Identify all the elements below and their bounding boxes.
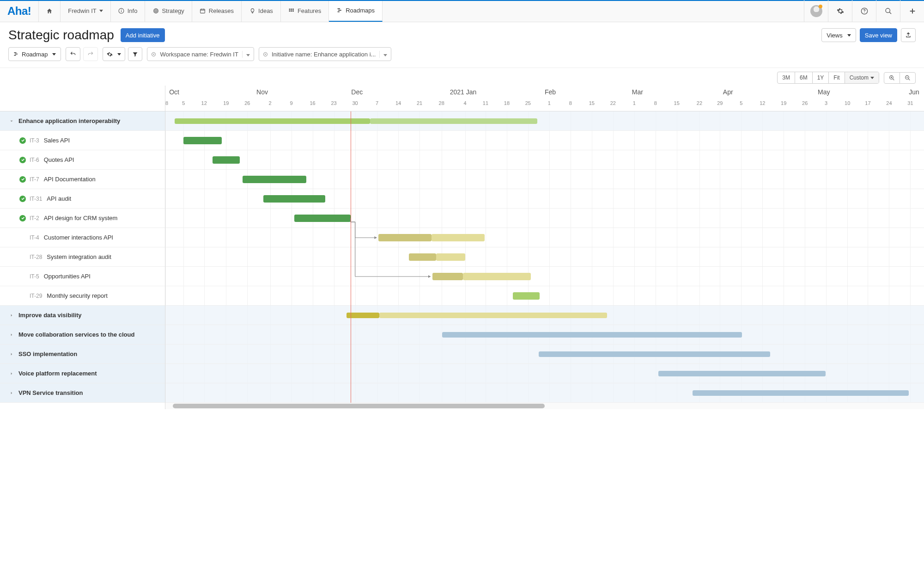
nav-strategy[interactable]: Strategy (145, 0, 192, 22)
redo-icon (87, 51, 94, 57)
day-label: 9 (290, 100, 293, 106)
gantt-bar[interactable] (658, 371, 825, 376)
remove-filter-icon[interactable] (147, 52, 160, 57)
gantt-bar[interactable] (370, 118, 537, 124)
caret-down-icon (99, 10, 103, 12)
task-row[interactable]: IT-3Sales API (0, 131, 165, 150)
initiative-row[interactable]: SSO implementation (0, 344, 165, 364)
caret-down-icon (52, 53, 56, 55)
workspace-selector[interactable]: Fredwin IT (61, 0, 110, 22)
range-custom[interactable]: Custom (845, 72, 879, 83)
zoom-in-button[interactable] (884, 73, 900, 83)
chevron-right-icon[interactable] (9, 371, 15, 376)
range-6m[interactable]: 6M (795, 72, 813, 83)
filter-workspace[interactable]: Workspace name: Fredwin IT (147, 47, 254, 61)
timeline-row (165, 383, 924, 403)
gantt-bar[interactable] (263, 195, 326, 203)
horizontal-scrollbar[interactable] (165, 403, 924, 409)
svg-rect-1 (121, 10, 122, 12)
gantt-bar[interactable] (513, 292, 539, 300)
task-row[interactable]: IT-5Opportunities API (0, 267, 165, 286)
day-label: 5 (740, 100, 742, 106)
task-row[interactable]: IT-31API audit (0, 189, 165, 209)
task-row[interactable]: IT-29Monthly security report (0, 286, 165, 306)
initiative-row[interactable]: Move collaboration services to the cloud (0, 325, 165, 344)
filter-initiative[interactable]: Initiative name: Enhance application i..… (259, 47, 391, 61)
range-fit[interactable]: Fit (829, 72, 845, 83)
user-avatar[interactable] (804, 0, 828, 22)
scrollbar-thumb[interactable] (173, 404, 545, 408)
gantt-bar[interactable] (442, 332, 742, 338)
nav-home[interactable] (39, 0, 61, 22)
task-row[interactable]: IT-28System integration audit (0, 247, 165, 267)
gantt-bar[interactable] (463, 273, 531, 280)
search-button[interactable] (876, 0, 900, 22)
chevron-right-icon[interactable] (9, 391, 15, 395)
nav-releases[interactable]: Releases (192, 0, 242, 22)
gantt-bar[interactable] (432, 273, 463, 280)
settings-dropdown[interactable] (103, 47, 125, 61)
filter-button[interactable] (128, 47, 142, 61)
save-view-button[interactable]: Save view (860, 28, 897, 42)
views-dropdown[interactable]: Views (821, 28, 856, 42)
nav-roadmaps[interactable]: Roadmaps (329, 0, 383, 22)
svg-rect-15 (337, 12, 339, 12)
zoom-in-icon (889, 75, 895, 81)
navbar-right (804, 0, 924, 22)
caret-down-icon[interactable] (379, 51, 391, 58)
share-button[interactable] (901, 28, 916, 42)
caret-down-icon[interactable] (242, 51, 254, 58)
remove-filter-icon[interactable] (259, 52, 272, 57)
task-row[interactable]: IT-7API Documentation (0, 170, 165, 189)
undo-button[interactable] (66, 47, 80, 61)
task-label: Customer interactions API (44, 234, 113, 241)
day-label: 3 (825, 100, 827, 106)
settings-button[interactable] (828, 0, 852, 22)
help-button[interactable] (852, 0, 876, 22)
gantt-bar[interactable] (175, 118, 371, 124)
chevron-right-icon[interactable] (9, 313, 15, 318)
timeline-row (165, 286, 924, 306)
gantt-bar[interactable] (243, 176, 306, 183)
initiative-row[interactable]: Improve data visibility (0, 306, 165, 325)
gantt-bar[interactable] (294, 215, 351, 222)
task-row[interactable]: IT-2API design for CRM system (0, 209, 165, 228)
chevron-right-icon[interactable] (9, 332, 15, 337)
nav-ideas[interactable]: Ideas (242, 0, 281, 22)
initiative-row[interactable]: Enhance application interoperabilty (0, 111, 165, 131)
svg-point-18 (886, 8, 890, 12)
gantt-bar[interactable] (183, 137, 221, 144)
gantt-bar[interactable] (539, 351, 770, 357)
task-row[interactable]: IT-4Customer interactions API (0, 228, 165, 247)
redo-button[interactable] (83, 47, 98, 61)
logo[interactable]: Aha! (0, 0, 39, 22)
month-label: Apr (723, 88, 733, 96)
timeline-row (165, 111, 924, 131)
gantt-bar[interactable] (693, 390, 909, 396)
gantt-bar[interactable] (378, 234, 432, 241)
chevron-right-icon[interactable] (9, 352, 15, 357)
gantt-bar[interactable] (436, 253, 465, 261)
range-1y[interactable]: 1Y (813, 72, 829, 83)
today-line (351, 111, 351, 403)
add-initiative-button[interactable]: Add initiative (121, 28, 165, 42)
gantt-bar[interactable] (409, 253, 436, 261)
initiative-row[interactable]: VPN Service transition (0, 383, 165, 403)
task-row[interactable]: IT-6Quotes API (0, 150, 165, 170)
zoom-out-button[interactable] (900, 73, 915, 83)
task-label: Monthly security report (47, 292, 108, 299)
gantt-bar[interactable] (432, 234, 485, 241)
chevron-down-icon[interactable] (9, 119, 15, 123)
add-button[interactable] (900, 0, 924, 22)
gantt-bar[interactable] (213, 156, 240, 164)
initiative-row[interactable]: Voice platform replacement (0, 364, 165, 383)
nav-info[interactable]: Info (111, 0, 146, 22)
gantt-bar[interactable] (346, 313, 379, 318)
gantt-bar[interactable] (379, 313, 607, 318)
svg-rect-6 (201, 9, 205, 13)
roadmap-type-dropdown[interactable]: Roadmap (8, 47, 61, 61)
nav-features[interactable]: Features (281, 0, 329, 22)
month-label: Jun (909, 88, 919, 96)
task-id: IT-2 (30, 215, 39, 221)
range-3m[interactable]: 3M (778, 72, 795, 83)
